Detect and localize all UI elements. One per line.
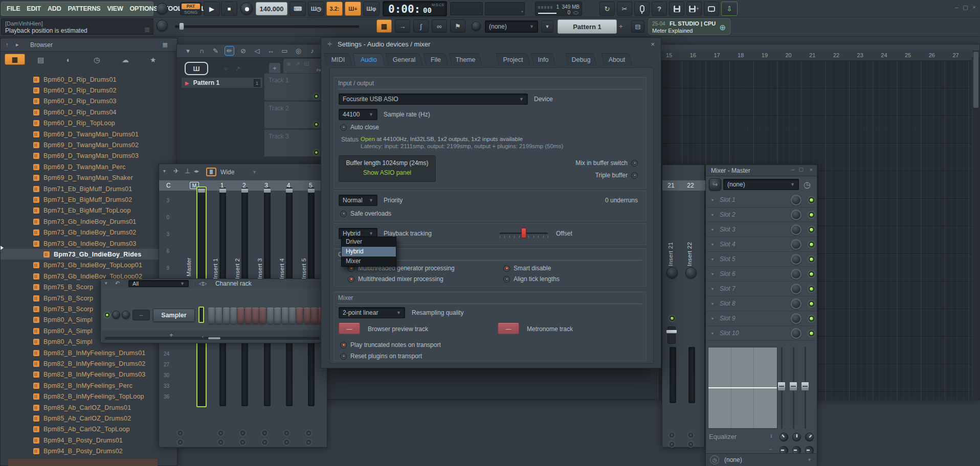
audio-device-selector[interactable]: Focusrite USB ASIO▼ [339,94,528,105]
fx-enable-circle[interactable] [669,441,675,448]
foot-pedal-icon[interactable]: ʃ [413,19,429,33]
plugin-rack-titlebar[interactable]: Mixer - Master – ▢ × [706,165,817,176]
browser-item[interactable]: Bpm85_Ab_CarlOZ_Drums02 [1,413,176,424]
mute-icon[interactable]: ◁ [252,46,262,56]
offset-slider-handle[interactable] [521,228,526,238]
resampling-selector[interactable]: 2-point linear▼ [339,307,405,318]
slot-enable-led[interactable] [809,212,814,218]
pattern-clip-source[interactable]: ▶ Pattern 1 1 [181,77,263,88]
files-tab-icon[interactable]: ▤ [37,56,44,64]
expand-icon[interactable]: ▸ [16,41,19,48]
fader-handle[interactable] [286,189,293,193]
timeline-number[interactable]: 15 [666,52,672,58]
eq-band-slider[interactable] [777,382,786,391]
browser-preview-track-button[interactable]: — [339,323,360,334]
playback-position-slider[interactable] [175,26,359,28]
auto-close-radio[interactable]: Auto close [340,124,379,131]
delete-icon[interactable]: ⊘ [238,46,248,56]
eq-band-slider[interactable] [789,382,797,391]
browser-item[interactable]: Bpm82_B_InMyFeelings_Drums03 [1,369,176,380]
loop-record-icon[interactable]: Шφ [363,2,380,16]
mute-led[interactable] [670,316,675,321]
eq-freq-knob[interactable] [804,431,816,444]
recent-tab-icon[interactable]: ◷ [94,56,100,64]
mt-mixer-radio[interactable]: Multithreaded mixer processing [348,275,443,283]
automation-clock-icon[interactable]: ◷ [801,179,813,190]
eq-graph[interactable] [708,347,777,429]
mixer-detach-icon[interactable]: ✈ [173,167,179,175]
timeline-number[interactable]: 22 [833,52,839,58]
select-icon[interactable]: ▭ [280,46,289,56]
tab-audio[interactable]: Audio [354,53,384,66]
browser-item[interactable]: Bpm60_D_Rip_Drums01 [1,74,176,85]
collapse-up-icon[interactable]: ↑ [6,41,9,48]
mix-in-buffer-radio[interactable]: Mix in buffer switch [575,159,638,167]
slot-mix-knob[interactable] [791,195,801,205]
step-cell[interactable] [237,308,244,324]
eq-band-slider[interactable] [801,382,809,391]
timeline-number[interactable]: 27 [952,52,959,58]
effect-slot[interactable]: ▾Slot 2 [706,207,817,222]
browser-item[interactable]: Bpm73_Gb_IndieBoy_Drums01 [1,216,176,227]
rack-undo-icon[interactable]: ↶ [115,280,120,287]
zoom-icon[interactable]: ◎ [294,46,303,56]
scrollbar-handle[interactable] [973,52,978,108]
step-cell[interactable] [274,308,281,324]
metronome-track-button[interactable]: — [498,323,519,334]
step-cell[interactable] [304,308,310,324]
slot-enable-led[interactable] [809,242,814,247]
playlist-scrollbar[interactable] [973,51,979,400]
timeline-number[interactable]: 20 [786,52,792,58]
close-icon[interactable]: × [651,40,655,48]
browser-item[interactable]: Bpm82_B_InMyFeelings_TopLoop [1,391,176,402]
menu-chevron-icon[interactable]: ▾ [183,46,193,56]
fx-enable-circle[interactable] [177,439,184,446]
slot-mix-knob[interactable] [791,269,801,279]
magnet-icon[interactable]: ∩ [197,46,207,56]
tab-general[interactable]: General [387,53,421,66]
metronome-wait-icon[interactable]: Ш◷ [308,2,324,16]
minimize-icon[interactable]: – [791,167,794,172]
effect-slot[interactable]: ▾Slot 10 [706,326,817,341]
fx-enable-circle[interactable] [687,441,694,448]
column-header[interactable]: 22 [684,182,697,189]
tab-info[interactable]: Info [532,53,554,66]
fx-enable-circle[interactable] [261,430,268,436]
insert-label[interactable]: Insert 5 [301,241,307,279]
effect-slot[interactable]: ▾Slot 5 [706,252,817,267]
browser-item[interactable]: Bpm73_Gb_IndieBoy_Drums02 [1,227,176,238]
preview-icon[interactable]: ♪ [307,46,317,56]
channel-rack-title[interactable]: Channel rack [215,280,252,287]
step-cell[interactable] [259,308,266,324]
typing-keyboard-icon[interactable]: ⌨ [289,2,306,16]
chevron-down-icon[interactable]: ▼ [252,170,257,175]
slot-mix-knob[interactable] [791,239,801,250]
slot-enable-led[interactable] [809,197,814,203]
tab-project[interactable]: Project [497,53,529,66]
browser-item[interactable]: Bpm73_Gb_IndieBoy_Drums03 [1,238,176,249]
favorites-tab-icon[interactable]: ★ [150,56,157,64]
track-led[interactable] [314,150,319,155]
browser-item[interactable]: Bpm69_D_TwangMan_Shaker [1,173,176,183]
pattern-selector[interactable]: Pattern 1 [558,19,617,34]
fx-enable-circle[interactable] [239,430,246,436]
playlist-window-icon[interactable]: ▦ [376,19,392,33]
menu-view[interactable]: VIEW [107,5,123,12]
slot-enable-led[interactable] [809,271,814,277]
step-cell[interactable] [289,308,296,324]
piano-roll-button[interactable]: Ш [185,62,208,75]
rack-route-icon[interactable]: ↪ [709,178,721,191]
tracking-option-driver[interactable]: Driver [342,237,396,247]
effect-slot[interactable]: ▾Slot 6 [706,267,817,282]
download-content-button[interactable]: ⇩ [721,2,738,16]
browser-item[interactable]: Bpm73_Gb_IndieBoy_Rides [1,249,176,260]
tab-theme[interactable]: Theme [450,53,481,66]
link-controllers-icon[interactable]: ∞ [432,19,447,33]
brush-icon[interactable]: ✏ [225,46,234,56]
snap-knob[interactable] [472,21,481,31]
tab-about[interactable]: About [603,53,631,66]
play-truncated-radio[interactable]: Play truncated notes on transport [340,341,441,348]
menu-edit[interactable]: EDIT [27,5,41,12]
timeline-number[interactable]: 18 [738,52,744,58]
fx-enable-circle[interactable] [217,439,224,446]
